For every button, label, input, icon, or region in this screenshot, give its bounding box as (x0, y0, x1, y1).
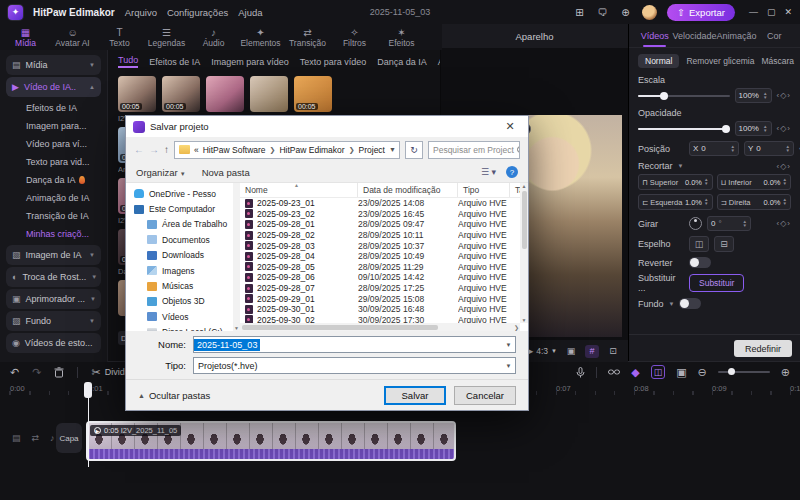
maximize-button[interactable]: ▢ (767, 7, 776, 17)
media-thumbnail[interactable]: 00:05 (294, 76, 332, 112)
grid-icon[interactable]: # (585, 345, 599, 358)
ribbon-tab[interactable]: ☺ Avatar AI (49, 24, 96, 50)
keyframe-controls[interactable]: ‹◇› (777, 91, 791, 100)
tab-videos[interactable]: Vídeos (637, 24, 672, 47)
file-row[interactable]: 2025-09-28_02 28/09/2025 10:11 Arquivo H… (240, 230, 528, 241)
sidebar-item-efeitos-ia[interactable]: Efeitos de IA (0, 99, 107, 117)
tab-velocidade[interactable]: Velocidade (672, 24, 716, 47)
file-row[interactable]: 2025-09-28_01 28/09/2025 09:47 Arquivo H… (240, 219, 528, 230)
tree-item[interactable]: Downloads (126, 248, 240, 263)
replace-button[interactable]: Substituir (689, 274, 744, 292)
tree-scrollbar[interactable]: ▼ (233, 183, 240, 331)
track-audio-icon[interactable]: ♪ (50, 433, 55, 443)
forward-icon[interactable]: → (149, 144, 159, 155)
panel-layout-icon[interactable]: ⊞ (573, 6, 586, 19)
spinner-icon[interactable]: ▲▼ (743, 220, 747, 228)
sidebar-group-troca-rosto[interactable]: ◐Troca de Rost...▼ (6, 267, 101, 287)
media-thumbnail[interactable]: 00:05 (118, 76, 156, 112)
sidebar-item-minhas-criacoes[interactable]: Minhas criaçõ... (0, 225, 107, 243)
media-thumbnail[interactable] (250, 76, 288, 112)
sidebar-item-video-para[interactable]: Vídeo para ví... (0, 135, 107, 153)
keyframe-controls[interactable]: ‹◇› (777, 124, 791, 133)
zoom-out-icon[interactable]: ⊖ (698, 366, 707, 379)
rotate-value-field[interactable]: 0°▲▼ (707, 216, 751, 231)
trash-icon[interactable] (54, 367, 64, 378)
track-order-icon[interactable]: ⇄ (32, 433, 40, 443)
media-tab[interactable]: Efeitos de IA (149, 57, 200, 67)
spinner-icon[interactable]: ▲▼ (731, 145, 735, 153)
file-row[interactable]: 2025-09-23_01 23/09/2025 14:08 Arquivo H… (240, 198, 528, 209)
tree-item[interactable]: Área de Trabalho (126, 217, 240, 232)
tree-item[interactable]: Imagens (126, 263, 240, 278)
spinner-icon[interactable]: ▲▼ (783, 198, 787, 206)
ribbon-tab[interactable]: ⇄ Transição (284, 24, 331, 50)
flip-vertical-icon[interactable]: ⊟ (714, 236, 734, 252)
close-button[interactable]: ✕ (784, 7, 792, 17)
hide-folders-button[interactable]: ▲Ocultar pastas (138, 390, 210, 401)
address-bar[interactable]: « HitPaw Software ❯ HitPaw Edimakor ❯ Pr… (174, 141, 400, 159)
help-icon[interactable]: ? (506, 166, 518, 178)
crop-bottom-field[interactable]: ⊔Inferior0.0%▲▼ (717, 174, 792, 190)
back-icon[interactable]: ← (134, 144, 144, 155)
breadcrumb[interactable]: HitPaw Edimakor (279, 145, 344, 155)
sidebar-item-transicao-ia[interactable]: Transição de IA (0, 207, 107, 225)
track-visibility-icon[interactable]: ▤ (12, 433, 21, 443)
file-row[interactable]: 2025-09-28_04 28/09/2025 10:49 Arquivo H… (240, 251, 528, 262)
file-row[interactable]: 2025-09-30_01 30/09/2025 16:48 Arquivo H… (240, 304, 528, 315)
sidebar-group-videos-estoque[interactable]: ◉Vídeos de esto... (6, 333, 101, 353)
filename-input[interactable]: 2025-11-05_03▼ (193, 336, 516, 353)
ribbon-tab[interactable]: ♪ Áudio (190, 24, 237, 50)
crop-top-field[interactable]: ⊓Superior0.0%▲▼ (638, 174, 713, 190)
media-tab[interactable]: Imagem para vídeo (211, 57, 289, 67)
file-row[interactable]: 2025-09-28_07 28/09/2025 17:25 Arquivo H… (240, 283, 528, 294)
column-tipo[interactable]: Tipo (458, 183, 510, 197)
media-tab[interactable]: Dança da IA (377, 57, 427, 67)
chevron-down-icon[interactable]: ▼ (678, 163, 684, 169)
file-row[interactable]: 2025-09-28_03 28/09/2025 10:37 Arquivo H… (240, 240, 528, 251)
organize-button[interactable]: Organizar▼ (136, 167, 186, 178)
position-y-field[interactable]: Y0▲▼ (744, 141, 794, 156)
search-input[interactable]: Pesquisar em Project (428, 141, 520, 159)
sidebar-item-animacao-ia[interactable]: Animação de IA (0, 189, 107, 207)
menu-ajuda[interactable]: Ajuda (238, 7, 262, 18)
keyframe-controls[interactable]: ‹◇› (777, 162, 791, 171)
sidebar-item-danca-ia[interactable]: Dança da IA (0, 171, 107, 189)
chevron-down-icon[interactable]: ▼ (502, 358, 515, 373)
tab-cor[interactable]: Cor (757, 24, 792, 47)
file-row[interactable]: 2025-09-28_06 09/10/2025 14:42 Arquivo H… (240, 272, 528, 283)
file-row[interactable]: 2025-09-28_05 28/09/2025 11:29 Arquivo H… (240, 262, 528, 273)
flip-horizontal-icon[interactable]: ◫ (689, 236, 709, 252)
ribbon-tab[interactable]: ✧ Filtros (331, 24, 378, 50)
sidebar-item-imagem-para[interactable]: Imagem para... (0, 117, 107, 135)
avatar[interactable] (642, 5, 657, 20)
file-row[interactable]: 2025-09-29_01 29/09/2025 15:08 Arquivo H… (240, 293, 528, 304)
cancel-button[interactable]: Cancelar (454, 386, 516, 405)
tab-animacao[interactable]: Animação (717, 24, 757, 47)
view-mode-icon[interactable]: ☰ ▾ (481, 167, 496, 177)
split-button[interactable]: ✂Dividir (91, 366, 129, 379)
chevron-down-icon[interactable]: ▼ (389, 146, 396, 153)
sidebar-group-fundo[interactable]: ▨Fundo▼ (6, 311, 101, 331)
media-tab[interactable]: Texto para vídeo (300, 57, 367, 67)
keyframe-icon[interactable]: ◆ (631, 366, 639, 379)
sidebar-item-texto-para[interactable]: Texto para vid... (0, 153, 107, 171)
spinner-icon[interactable]: ▲▼ (786, 145, 790, 153)
spinner-icon[interactable]: ▲▼ (783, 178, 787, 186)
sidebar-group-video-ia[interactable]: ▶Vídeo de IA..▲ (6, 77, 101, 97)
split-clip-icon[interactable]: ◫ (651, 365, 666, 379)
new-folder-button[interactable]: Nova pasta (202, 167, 250, 178)
spinner-icon[interactable]: ▲▼ (704, 198, 708, 206)
close-icon[interactable]: ✕ (499, 120, 521, 133)
aspect-ratio-dropdown[interactable]: ▶4:3▼ (527, 346, 557, 356)
sidebar-group-imagem-ia[interactable]: ▧Imagem de IA▼ (6, 245, 101, 265)
feedback-icon[interactable]: 🗨 (596, 6, 609, 19)
save-button[interactable]: Salvar (384, 386, 446, 405)
mode-mascara[interactable]: Máscara (761, 56, 794, 66)
refresh-icon[interactable]: ↻ (405, 141, 423, 159)
crop-left-field[interactable]: ⊏Esquerda1.0%▲▼ (638, 194, 713, 210)
file-row[interactable]: 2025-09-23_02 23/09/2025 16:45 Arquivo H… (240, 209, 528, 220)
sidebar-group-aprimorador[interactable]: ▣Aprimorador ...▼ (6, 289, 101, 309)
background-toggle[interactable] (679, 298, 701, 309)
dialog-titlebar[interactable]: Salvar projeto ✕ (126, 116, 528, 137)
fullscreen-icon[interactable]: ⊡ (606, 345, 620, 358)
